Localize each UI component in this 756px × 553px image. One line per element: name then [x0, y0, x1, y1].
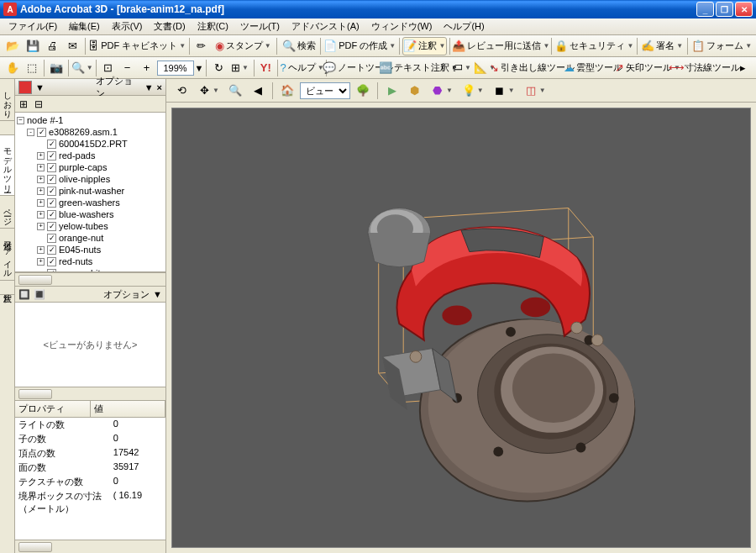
search-button[interactable]: 🔍検索 — [280, 37, 318, 55]
pdf-create-button[interactable]: 📄PDF の作成▼ — [323, 37, 396, 55]
tab-signatures[interactable]: 署名 — [0, 121, 14, 135]
tree-item[interactable]: +✓blue-washers — [17, 208, 164, 220]
stamp-tool-button[interactable]: 🏷▼ — [450, 59, 472, 77]
menu-file[interactable]: ファイル(F) — [3, 18, 62, 34]
tree-item[interactable]: +✓red-nuts — [17, 255, 164, 267]
light-icon: 💡 — [462, 84, 475, 97]
menu-document[interactable]: 文書(D) — [149, 18, 190, 34]
stamp-button[interactable]: ◉スタンプ▼ — [212, 37, 274, 55]
zoom-input[interactable] — [157, 61, 194, 76]
color-swatch[interactable] — [18, 81, 32, 94]
tree-item[interactable]: +✓green-washers — [17, 197, 164, 208]
arrow-right[interactable]: ▸ — [734, 59, 753, 77]
security-button[interactable]: 🔒セキュリティ▼ — [554, 37, 633, 55]
rotate-button[interactable]: ↻ — [209, 59, 228, 77]
nav-button[interactable]: ✥▼ — [194, 82, 223, 100]
save-button[interactable]: 💾 — [24, 37, 43, 55]
tab-attachments[interactable]: 添付ファイル — [0, 229, 14, 281]
tree-item[interactable]: +✓purple-caps — [17, 161, 164, 173]
props-scrollbar[interactable] — [15, 540, 165, 553]
titlebar: A Adobe Acrobat 3D - [brake-anim12_na.pd… — [0, 0, 756, 18]
tab-modeltree[interactable]: モデルツリー — [0, 135, 14, 196]
props-hdr-name: プロパティ — [15, 401, 91, 417]
menu-comment[interactable]: 注釈(C) — [192, 18, 234, 34]
menu-advanced[interactable]: アドバンスト(A) — [286, 18, 365, 34]
cube-button[interactable]: ⬢ — [405, 82, 425, 100]
text-annot-button[interactable]: 🔤テキスト注釈▼ — [387, 59, 450, 77]
section-button[interactable]: ◫▼ — [521, 82, 549, 100]
menu-edit[interactable]: 編集(E) — [64, 18, 105, 34]
view-select[interactable]: ビュー — [300, 82, 350, 99]
back-button[interactable]: ◀ — [248, 82, 268, 100]
hand-tool[interactable]: ✋ — [3, 59, 22, 77]
mail-button[interactable]: ✉ — [63, 37, 82, 55]
tab-comments[interactable]: 注釈 — [0, 281, 14, 295]
pencil-icon: ✏ — [196, 40, 208, 53]
rotate-3d-button[interactable]: ⟲ — [171, 82, 192, 100]
sign-button[interactable]: ✍署名▼ — [639, 37, 685, 55]
tab-bookmarks[interactable]: しおり — [0, 79, 14, 121]
views-icon1[interactable]: 🔲 — [18, 289, 30, 300]
menu-help[interactable]: ヘルプ(H) — [438, 18, 489, 34]
form-button[interactable]: 📋フォーム▼ — [690, 37, 753, 55]
3d-canvas[interactable] — [171, 108, 751, 548]
print-button[interactable]: 🖨 — [43, 37, 62, 55]
select-tool[interactable]: ⬚ — [23, 59, 41, 77]
pencil-button[interactable]: ✏ — [192, 37, 212, 55]
note-tool-button[interactable]: 💬ノートツール — [329, 59, 386, 77]
arrow-tool[interactable]: ↗矢印ツール▼ — [619, 59, 675, 77]
views-scrollbar[interactable] — [15, 387, 165, 400]
svg-point-16 — [442, 305, 471, 325]
cabinet-icon: 🗄 — [88, 40, 99, 53]
menu-view[interactable]: 表示(V) — [107, 18, 148, 34]
views-icon2[interactable]: 🔳 — [34, 289, 45, 300]
tab-pages[interactable]: ページ — [0, 196, 14, 229]
minimize-button[interactable]: _ — [696, 2, 714, 17]
grid-button[interactable]: ⊞▼ — [228, 59, 250, 77]
print-icon: 🖨 — [46, 40, 59, 53]
property-row: 面の数35917 — [15, 461, 165, 475]
pdf-cabinet-button[interactable]: 🗄PDF キャビネット▼ — [88, 37, 186, 55]
close-button[interactable]: ✕ — [735, 2, 753, 17]
zoom-3d-button[interactable]: 🔍 — [225, 82, 245, 100]
bgcolor-button[interactable]: ◼▼ — [490, 82, 518, 100]
plus-icon: + — [141, 61, 153, 75]
menu-window[interactable]: ウィンドウ(W) — [366, 18, 438, 34]
yahoo-button[interactable]: Y! — [256, 59, 275, 77]
play-button[interactable]: ▶ — [382, 82, 402, 100]
tree-item[interactable]: ✓6000415D2.PRT — [17, 138, 164, 150]
callout-tool[interactable]: ↘引き出し線ツール — [497, 59, 567, 77]
render-button[interactable]: ⬣▼ — [428, 82, 456, 100]
model-tree[interactable]: −node #-1 -✓e3088269.asm.1✓6000415D2.PRT… — [15, 113, 165, 272]
menu-tools[interactable]: ツール(T) — [235, 18, 285, 34]
tree-scrollbar[interactable] — [15, 272, 165, 286]
section-icon: ◫ — [524, 84, 538, 97]
tree-item[interactable]: +✓yelow-tubes — [17, 220, 164, 232]
tree-item[interactable]: +✓red-pads — [17, 150, 164, 161]
zoom-dropdown[interactable]: ▼ — [195, 63, 204, 73]
collapse-all-icon[interactable]: ⊟ — [32, 97, 45, 111]
tree-item[interactable]: ✓orange-nut — [17, 232, 164, 244]
help-button[interactable]: ?ヘルプ▼ — [281, 59, 323, 77]
annotate-button[interactable]: 📝注釈▼ — [402, 37, 448, 55]
open-button[interactable]: 📂 — [3, 37, 23, 55]
snapshot-tool[interactable]: 📷 — [47, 59, 66, 77]
tree-item[interactable]: +✓E045-nuts — [17, 244, 164, 255]
home-button[interactable]: 🏠 — [277, 82, 297, 100]
help-icon: ? — [281, 61, 286, 75]
tree-item[interactable]: -✓e3088269.asm.1 — [17, 126, 164, 138]
tree-toggle-button[interactable]: 🌳 — [353, 82, 373, 100]
tree-item[interactable]: +✓pink-nut-washer — [17, 185, 164, 197]
maximize-button[interactable]: ❐ — [716, 2, 733, 17]
panel-close[interactable]: × — [157, 82, 162, 92]
expand-all-icon[interactable]: ⊞ — [17, 97, 30, 111]
grid-icon: ⊞ — [231, 61, 240, 75]
tree-item[interactable]: +✓olive-nipples — [17, 173, 164, 185]
cloud-tool[interactable]: ☁雲型ツール — [569, 59, 619, 77]
zoom-tool[interactable]: 🔍▼ — [71, 59, 92, 77]
send-review-button[interactable]: 📤レビュー用に送信▼ — [453, 37, 549, 55]
dimension-tool[interactable]: ⟷寸法線ツール — [676, 59, 733, 77]
swatch-dropdown[interactable]: ▼ — [35, 82, 45, 92]
views-options[interactable]: オプション — [103, 288, 150, 301]
light-button[interactable]: 💡▼ — [459, 82, 487, 100]
